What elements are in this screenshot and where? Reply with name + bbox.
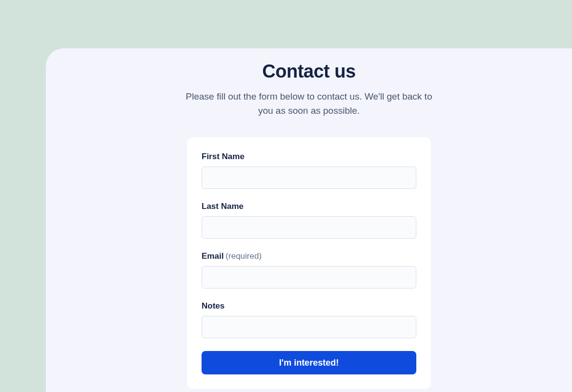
first-name-input[interactable] — [202, 166, 416, 189]
last-name-input[interactable] — [202, 216, 416, 239]
notes-label: Notes — [202, 301, 416, 311]
last-name-label: Last Name — [202, 202, 416, 211]
first-name-group: First Name — [202, 152, 416, 189]
email-group: Email(required) — [202, 251, 416, 289]
email-required-hint: (required) — [225, 251, 262, 261]
email-label: Email(required) — [202, 251, 416, 261]
email-label-text: Email — [202, 251, 224, 261]
page-description: Please fill out the form below to contac… — [182, 90, 436, 118]
notes-input[interactable] — [202, 316, 416, 338]
notes-group: Notes — [202, 301, 416, 338]
contact-form: First Name Last Name Email(required) Not… — [187, 137, 431, 389]
email-input[interactable] — [202, 266, 416, 289]
first-name-label: First Name — [202, 152, 416, 162]
page-title: Contact us — [46, 61, 572, 82]
last-name-group: Last Name — [202, 202, 416, 239]
submit-button[interactable]: I'm interested! — [202, 351, 416, 374]
contact-card: Contact us Please fill out the form belo… — [46, 48, 572, 392]
